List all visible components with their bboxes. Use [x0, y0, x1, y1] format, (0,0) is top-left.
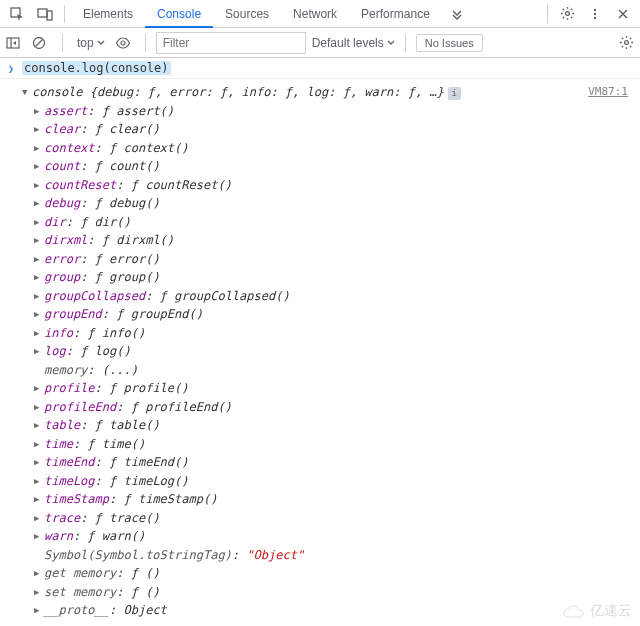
property-row[interactable]: debug: ƒ debug() [0, 194, 640, 213]
property-row[interactable]: timeLog: ƒ timeLog() [0, 472, 640, 491]
property-row[interactable]: profile: ƒ profile() [0, 379, 640, 398]
context-label: top [77, 36, 94, 50]
expand-toggle-icon[interactable] [22, 83, 32, 101]
expand-toggle-icon[interactable] [34, 287, 44, 305]
filter-input[interactable] [156, 32, 306, 54]
svg-point-6 [594, 16, 596, 18]
log-levels-selector[interactable]: Default levels [312, 36, 395, 50]
property-row[interactable]: dir: ƒ dir() [0, 213, 640, 232]
property-row[interactable]: timeStamp: ƒ timeStamp() [0, 490, 640, 509]
tab-sources[interactable]: Sources [213, 0, 281, 28]
property-row[interactable]: trace: ƒ trace() [0, 509, 640, 528]
close-icon[interactable] [610, 2, 636, 26]
svg-point-10 [625, 41, 629, 45]
expand-toggle-icon[interactable] [34, 435, 44, 453]
expand-toggle-icon[interactable] [34, 194, 44, 212]
property-row[interactable]: table: ƒ table() [0, 416, 640, 435]
property-line: info: ƒ info() [44, 324, 145, 343]
settings-icon[interactable] [554, 2, 580, 26]
expand-toggle-icon[interactable] [34, 102, 44, 120]
property-row[interactable]: profileEnd: ƒ profileEnd() [0, 398, 640, 417]
sidebar-toggle-icon[interactable] [6, 37, 26, 49]
kebab-menu-icon[interactable] [582, 2, 608, 26]
device-toggle-icon[interactable] [32, 2, 58, 26]
divider [64, 5, 65, 23]
property-row[interactable]: timeEnd: ƒ timeEnd() [0, 453, 640, 472]
expand-toggle-icon[interactable] [34, 305, 44, 323]
property-row[interactable]: time: ƒ time() [0, 435, 640, 454]
property-row[interactable]: clear: ƒ clear() [0, 120, 640, 139]
expand-toggle-icon[interactable] [34, 268, 44, 286]
property-line: log: ƒ log() [44, 342, 131, 361]
expand-toggle-icon[interactable] [34, 379, 44, 397]
expand-toggle-icon[interactable] [34, 139, 44, 157]
expand-toggle-icon[interactable] [34, 490, 44, 508]
tab-console[interactable]: Console [145, 0, 213, 28]
prompt-icon: ❯ [8, 63, 14, 74]
property-row[interactable]: memory: (...) [0, 361, 640, 380]
property-row[interactable]: warn: ƒ warn() [0, 527, 640, 546]
property-line: debug: ƒ debug() [44, 194, 160, 213]
property-row[interactable]: Symbol(Symbol.toStringTag): "Object" [0, 546, 640, 565]
property-line: error: ƒ error() [44, 250, 160, 269]
tab-network[interactable]: Network [281, 0, 349, 28]
property-line: set memory: ƒ () [44, 583, 160, 602]
property-line: trace: ƒ trace() [44, 509, 160, 528]
property-row[interactable]: count: ƒ count() [0, 157, 640, 176]
property-line: group: ƒ group() [44, 268, 160, 287]
expand-toggle-icon[interactable] [34, 453, 44, 471]
property-row[interactable]: context: ƒ context() [0, 139, 640, 158]
property-row[interactable]: assert: ƒ assert() [0, 102, 640, 121]
levels-label: Default levels [312, 36, 384, 50]
devtools-tabbar: ElementsConsoleSourcesNetworkPerformance [0, 0, 640, 28]
expand-toggle-icon[interactable] [34, 564, 44, 582]
property-row[interactable]: group: ƒ group() [0, 268, 640, 287]
property-line: warn: ƒ warn() [44, 527, 145, 546]
expand-toggle-icon[interactable] [34, 509, 44, 527]
property-row[interactable]: groupEnd: ƒ groupEnd() [0, 305, 640, 324]
expand-toggle-icon[interactable] [34, 176, 44, 194]
property-line: dir: ƒ dir() [44, 213, 131, 232]
inspect-element-icon[interactable] [4, 2, 30, 26]
svg-point-4 [594, 8, 596, 10]
expand-toggle-icon[interactable] [34, 213, 44, 231]
watermark-text: 亿速云 [590, 602, 632, 620]
expand-toggle-icon[interactable] [34, 416, 44, 434]
property-line: Symbol(Symbol.toStringTag): "Object" [44, 546, 304, 565]
property-line: clear: ƒ clear() [44, 120, 160, 139]
command-text[interactable]: console.log(console) [22, 61, 171, 75]
expand-toggle-icon[interactable] [34, 324, 44, 342]
clear-console-icon[interactable] [32, 36, 52, 50]
property-row[interactable]: info: ƒ info() [0, 324, 640, 343]
property-row[interactable]: error: ƒ error() [0, 250, 640, 269]
property-row[interactable]: groupCollapsed: ƒ groupCollapsed() [0, 287, 640, 306]
expand-toggle-icon[interactable] [34, 250, 44, 268]
property-row[interactable]: dirxml: ƒ dirxml() [0, 231, 640, 250]
console-settings-icon[interactable] [619, 35, 634, 50]
property-row[interactable]: log: ƒ log() [0, 342, 640, 361]
property-line: context: ƒ context() [44, 139, 189, 158]
property-row[interactable]: __proto__: Object [0, 601, 640, 620]
context-selector[interactable]: top [73, 36, 109, 50]
issues-button[interactable]: No Issues [416, 34, 483, 52]
expand-toggle-icon[interactable] [34, 398, 44, 416]
tab-performance[interactable]: Performance [349, 0, 442, 28]
expand-toggle-icon[interactable] [34, 231, 44, 249]
property-row[interactable]: countReset: ƒ countReset() [0, 176, 640, 195]
live-expression-icon[interactable] [115, 37, 135, 49]
more-tabs-icon[interactable] [444, 2, 470, 26]
expand-toggle-icon[interactable] [34, 157, 44, 175]
expand-toggle-icon[interactable] [34, 527, 44, 545]
expand-toggle-icon[interactable] [34, 472, 44, 490]
expand-toggle-icon[interactable] [34, 601, 44, 619]
expand-toggle-icon[interactable] [34, 342, 44, 360]
property-row[interactable]: set memory: ƒ () [0, 583, 640, 602]
info-icon[interactable]: i [448, 87, 461, 100]
expand-toggle-icon[interactable] [34, 120, 44, 138]
property-line: __proto__: Object [44, 601, 167, 620]
property-row[interactable]: get memory: ƒ () [0, 564, 640, 583]
tab-elements[interactable]: Elements [71, 0, 145, 28]
expand-toggle-icon[interactable] [34, 583, 44, 601]
object-summary-row[interactable]: console {debug: ƒ, error: ƒ, info: ƒ, lo… [0, 83, 640, 102]
source-reference[interactable]: VM87:1 [588, 83, 628, 102]
